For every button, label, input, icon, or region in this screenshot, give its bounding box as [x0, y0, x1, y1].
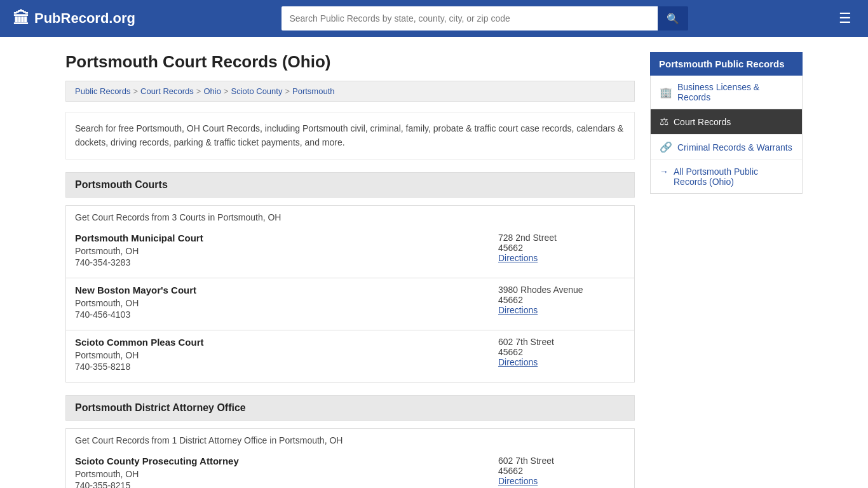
logo-icon: 🏛 [13, 9, 29, 29]
courts-block: Get Court Records from 3 Courts in Ports… [65, 205, 635, 383]
menu-icon[interactable]: ☰ [835, 6, 855, 30]
sidebar-label-business: Business Licenses & Records [677, 82, 793, 102]
breadcrumb-sep-4: > [285, 86, 290, 96]
da-name-1: Scioto County Prosecuting Attorney [75, 456, 498, 466]
page-wrapper: Portsmouth Court Records (Ohio) Public R… [53, 37, 815, 488]
breadcrumb-court-records[interactable]: Court Records [140, 86, 194, 96]
sidebar-title: Portsmouth Public Records [650, 52, 803, 76]
sidebar-item-court-records[interactable]: ⚖ Court Records [651, 109, 802, 135]
court-address-2: 3980 Rhodes Avenue [498, 285, 625, 295]
court-zip-1: 45662 [498, 243, 625, 253]
sidebar-all-label: All Portsmouth Public Records (Ohio) [674, 166, 793, 187]
sidebar-menu: 🏢 Business Licenses & Records ⚖ Court Re… [650, 76, 803, 194]
breadcrumb-portsmouth[interactable]: Portsmouth [292, 86, 334, 96]
court-city-2: Portsmouth, OH [75, 298, 498, 308]
court-listing-3: Scioto Common Pleas Court Portsmouth, OH… [66, 330, 634, 382]
sidebar-label-court: Court Records [674, 117, 731, 127]
description: Search for free Portsmouth, OH Court Rec… [65, 112, 635, 159]
sidebar-item-criminal-records[interactable]: 🔗 Criminal Records & Warrants [651, 135, 802, 160]
breadcrumb: Public Records > Court Records > Ohio > … [65, 81, 635, 102]
court-address-1: 728 2nd Street [498, 233, 625, 243]
courts-section-header: Portsmouth Courts [65, 172, 635, 198]
da-section-header: Portsmouth District Attorney Office [65, 395, 635, 421]
directions-link-2[interactable]: Directions [498, 305, 538, 315]
court-name-3: Scioto Common Pleas Court [75, 337, 498, 348]
courts-sub-desc: Get Court Records from 3 Courts in Ports… [66, 206, 634, 226]
building-icon: 🏢 [660, 86, 672, 98]
sidebar: Portsmouth Public Records 🏢 Business Lic… [650, 52, 803, 488]
scales-icon: ⚖ [660, 116, 668, 128]
logo-text: PubRecord.org [34, 10, 135, 27]
court-phone-2: 740-456-4103 [75, 309, 498, 320]
court-address-3: 602 7th Street [498, 337, 625, 347]
court-name-2: New Boston Mayor's Court [75, 285, 498, 295]
da-address-1: 602 7th Street [498, 456, 625, 466]
search-area: 🔍 [281, 6, 688, 30]
court-city-1: Portsmouth, OH [75, 246, 498, 256]
logo[interactable]: 🏛 PubRecord.org [13, 9, 135, 29]
search-button[interactable]: 🔍 [658, 6, 688, 30]
da-block: Get Court Records from 1 District Attorn… [65, 428, 635, 488]
da-city-1: Portsmouth, OH [75, 469, 498, 479]
link-icon: 🔗 [660, 141, 672, 153]
directions-link-da-1[interactable]: Directions [498, 476, 538, 486]
breadcrumb-sep-2: > [196, 86, 201, 96]
breadcrumb-scioto-county[interactable]: Scioto County [231, 86, 283, 96]
site-header: 🏛 PubRecord.org 🔍 ☰ [0, 0, 868, 37]
sidebar-label-criminal: Criminal Records & Warrants [677, 142, 792, 152]
da-phone-1: 740-355-8215 [75, 480, 498, 488]
court-name-1: Portsmouth Municipal Court [75, 233, 498, 243]
sidebar-item-business-licenses[interactable]: 🏢 Business Licenses & Records [651, 76, 802, 109]
directions-link-3[interactable]: Directions [498, 357, 538, 367]
court-zip-2: 45662 [498, 295, 625, 305]
directions-link-1[interactable]: Directions [498, 253, 538, 263]
arrow-icon: → [660, 166, 668, 177]
page-title: Portsmouth Court Records (Ohio) [65, 52, 635, 72]
court-zip-3: 45662 [498, 347, 625, 357]
da-listing-1: Scioto County Prosecuting Attorney Ports… [66, 449, 634, 488]
breadcrumb-ohio[interactable]: Ohio [203, 86, 220, 96]
court-phone-1: 740-354-3283 [75, 257, 498, 268]
breadcrumb-sep-1: > [133, 86, 138, 96]
court-listing-1: Portsmouth Municipal Court Portsmouth, O… [66, 226, 634, 278]
court-phone-3: 740-355-8218 [75, 362, 498, 372]
search-input[interactable] [281, 6, 658, 30]
da-sub-desc: Get Court Records from 1 District Attorn… [66, 429, 634, 449]
main-content: Portsmouth Court Records (Ohio) Public R… [65, 52, 635, 488]
sidebar-all-records-link[interactable]: → All Portsmouth Public Records (Ohio) [651, 160, 802, 193]
breadcrumb-public-records[interactable]: Public Records [75, 86, 130, 96]
court-listing-2: New Boston Mayor's Court Portsmouth, OH … [66, 278, 634, 330]
breadcrumb-sep-3: > [224, 86, 229, 96]
da-zip-1: 45662 [498, 466, 625, 476]
court-city-3: Portsmouth, OH [75, 350, 498, 360]
